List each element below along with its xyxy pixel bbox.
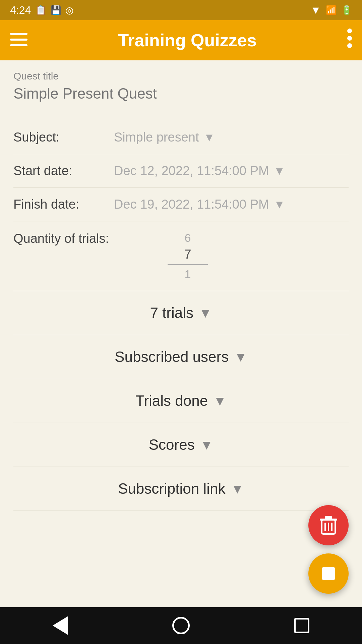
delete-fab-button[interactable]: [308, 505, 349, 545]
nav-bar: [0, 607, 362, 644]
svg-rect-0: [10, 33, 27, 35]
home-circle-icon: [172, 617, 190, 634]
notification-icon: 📋: [35, 5, 47, 16]
quest-title-section: Quest title: [13, 70, 349, 107]
clipboard-icon: 💾: [51, 5, 61, 15]
status-bar-right: ▼ 📶 🔋: [310, 4, 352, 16]
subject-value: Simple present: [114, 130, 199, 145]
spinner-bottom-value: 1: [185, 265, 191, 281]
home-button[interactable]: [168, 612, 194, 639]
main-content: Quest title Subject: Simple present ▼ St…: [0, 60, 362, 607]
trials-done-section[interactable]: Trials done ▼: [13, 379, 349, 423]
quest-title-input[interactable]: [13, 85, 349, 107]
fab-container: [308, 505, 349, 594]
start-date-value: Dec 12, 2022, 11:54:00 PM: [114, 164, 269, 178]
time-display: 4:24: [10, 4, 31, 16]
app-bar: Training Quizzes: [0, 20, 362, 60]
battery-icon: 🔋: [341, 5, 352, 15]
scores-chevron-icon: ▼: [200, 437, 214, 452]
subscription-link-chevron-icon: ▼: [231, 481, 244, 496]
subscription-link-section[interactable]: Subscription link ▼: [13, 467, 349, 511]
scores-label: Scores: [149, 436, 195, 453]
svg-rect-2: [10, 44, 27, 46]
subscription-link-label: Subscription link: [118, 480, 225, 497]
finish-date-row: Finish date: Dec 19, 2022, 11:54:00 PM ▼: [13, 188, 349, 221]
svg-rect-8: [328, 523, 329, 531]
subject-row: Subject: Simple present ▼: [13, 121, 349, 154]
finish-date-chevron-icon: ▼: [274, 198, 285, 211]
quest-title-label: Quest title: [13, 70, 349, 82]
svg-point-4: [347, 36, 352, 41]
svg-rect-1: [10, 39, 27, 41]
quantity-spinner[interactable]: 6 7 1: [161, 231, 215, 281]
svg-point-5: [347, 43, 352, 48]
spinner-current-value: 7: [168, 247, 208, 265]
trials-dropdown-chevron-icon: ▼: [199, 306, 212, 321]
recents-button[interactable]: [288, 612, 315, 639]
svg-rect-9: [331, 523, 333, 531]
subscribed-users-section[interactable]: Subscribed users ▼: [13, 335, 349, 379]
finish-date-value: Dec 19, 2022, 11:54:00 PM: [114, 197, 269, 212]
subject-dropdown[interactable]: Simple present ▼: [114, 130, 215, 145]
status-bar-left: 4:24 📋 💾 ◎: [10, 4, 73, 16]
more-options-button[interactable]: [347, 28, 352, 52]
quantity-of-trials-label: Quantity of trials:: [13, 231, 154, 246]
finish-date-dropdown[interactable]: Dec 19, 2022, 11:54:00 PM ▼: [114, 197, 285, 212]
svg-point-3: [347, 29, 352, 33]
scores-section[interactable]: Scores ▼: [13, 423, 349, 467]
stop-fab-button[interactable]: [308, 553, 349, 594]
divider-3: [13, 221, 349, 221]
hamburger-menu-button[interactable]: [10, 30, 27, 50]
start-date-label: Start date:: [13, 164, 114, 178]
trials-done-chevron-icon: ▼: [213, 393, 227, 409]
blocked-icon: ◎: [65, 5, 73, 16]
subject-label: Subject:: [13, 130, 114, 145]
page-title: Training Quizzes: [118, 30, 256, 50]
subscribed-users-label: Subscribed users: [115, 348, 229, 365]
quantity-of-trials-row: Quantity of trials: 6 7 1: [13, 228, 349, 291]
form-section: Subject: Simple present ▼ Start date: De…: [13, 121, 349, 291]
subject-chevron-icon: ▼: [203, 131, 215, 144]
trials-dropdown-label: 7 trials: [150, 305, 193, 321]
recents-square-icon: [294, 618, 309, 633]
wifi-icon: ▼: [310, 4, 321, 16]
start-date-row: Start date: Dec 12, 2022, 11:54:00 PM ▼: [13, 154, 349, 187]
finish-date-label: Finish date:: [13, 197, 114, 212]
status-bar: 4:24 📋 💾 ◎ ▼ 📶 🔋: [0, 0, 362, 20]
trials-done-label: Trials done: [135, 392, 208, 409]
start-date-dropdown[interactable]: Dec 12, 2022, 11:54:00 PM ▼: [114, 164, 285, 178]
subscribed-users-chevron-icon: ▼: [234, 350, 247, 365]
back-triangle-icon: [53, 616, 68, 635]
start-date-chevron-icon: ▼: [274, 164, 285, 177]
svg-rect-11: [325, 516, 332, 519]
trials-dropdown-section[interactable]: 7 trials ▼: [13, 291, 349, 335]
back-button[interactable]: [47, 612, 74, 639]
signal-icon: 📶: [326, 5, 337, 15]
spinner-top-value: 6: [185, 231, 191, 247]
svg-rect-12: [322, 567, 335, 580]
svg-rect-7: [324, 523, 326, 531]
